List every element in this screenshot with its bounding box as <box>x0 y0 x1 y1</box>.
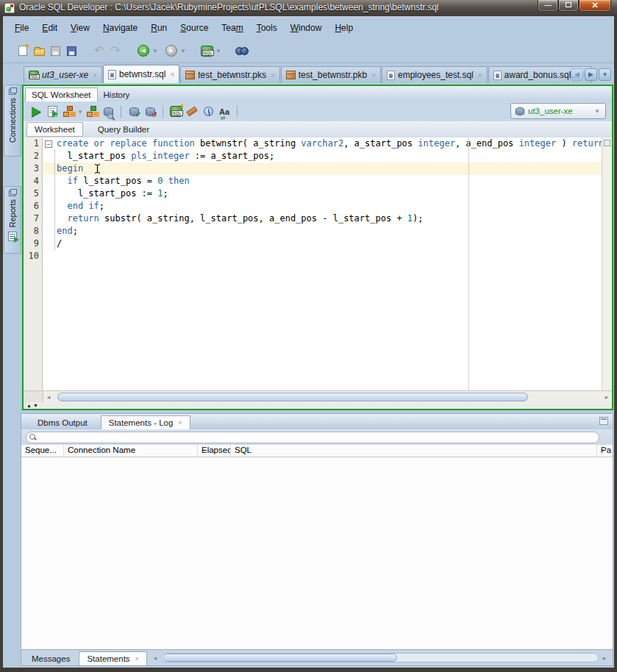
tab-close-icon[interactable]: × <box>371 71 376 79</box>
tab-close-icon[interactable]: × <box>170 71 174 79</box>
search-input[interactable] <box>26 432 599 443</box>
autotrace-button[interactable] <box>60 104 76 120</box>
undo-button[interactable]: ↶ <box>91 43 107 59</box>
open-button[interactable] <box>31 43 47 59</box>
commit-button[interactable]: ✔ <box>126 104 142 120</box>
column-header-seque-[interactable]: Seque... <box>21 445 64 457</box>
subtab-worksheet[interactable]: Worksheet <box>26 122 83 137</box>
connection-selector[interactable]: ut3_user-xe ▾ <box>510 103 606 119</box>
scroll-right-arrow[interactable]: ▸ <box>599 653 610 663</box>
report-icon <box>8 232 17 241</box>
code-fold-toggle[interactable]: − <box>45 140 52 148</box>
column-header-sql[interactable]: SQL <box>231 445 597 457</box>
sidebar-tab-reports[interactable]: Reports <box>4 186 21 254</box>
subtab-query-builder[interactable]: Query Builder <box>90 123 157 136</box>
editor-tab-ut3-user-xe[interactable]: ut3_user-xe× <box>24 66 102 83</box>
scroll-right-arrow[interactable]: ▸ <box>602 392 612 402</box>
menu-view[interactable]: View <box>65 21 96 35</box>
tab-sql-worksheet[interactable]: SQL Worksheet <box>25 87 98 101</box>
tab-list-dropdown[interactable]: ▾ <box>599 68 611 81</box>
cascade-windows-icon <box>9 87 17 95</box>
database-icon: ↺ <box>146 107 155 116</box>
panel-minimize-button[interactable] <box>599 417 608 425</box>
forward-dropdown[interactable]: ▾ <box>179 47 187 54</box>
menu-window[interactable]: Window <box>285 21 328 35</box>
tab-close-icon[interactable]: × <box>271 71 275 79</box>
column-header-elapsed[interactable]: Elapsed <box>198 445 231 457</box>
bottom-tab-messages[interactable]: Messages <box>24 652 77 665</box>
rollback-button[interactable]: ↺ <box>142 104 158 120</box>
log-tab-statements-log[interactable]: Statements - Log× <box>101 415 190 429</box>
back-dropdown[interactable]: ▾ <box>151 47 159 54</box>
sql-file-icon <box>108 70 116 79</box>
menu-team[interactable]: Team <box>215 21 249 35</box>
menu-navigate[interactable]: Navigate <box>97 21 143 35</box>
tab-close-icon[interactable]: × <box>93 71 97 79</box>
sql-connection-icon <box>201 46 213 57</box>
editor-horizontal-scrollbar[interactable]: ◂ ▸ <box>24 390 612 402</box>
save-button[interactable] <box>47 43 63 59</box>
scrollbar-track[interactable] <box>54 393 601 401</box>
sql-connect-dropdown[interactable]: ▾ <box>215 47 222 54</box>
tab-scroll-left-button[interactable]: ◀ <box>571 68 583 81</box>
save-all-button[interactable] <box>63 43 79 59</box>
scrollbar-track[interactable] <box>161 653 599 662</box>
log-tab-dbms-output[interactable]: Dbms Output <box>30 416 95 429</box>
code-text[interactable]: create or replace function betwnstr( a_s… <box>57 137 602 390</box>
back-button[interactable]: ◀ <box>135 43 151 59</box>
unshared-worksheet-button[interactable]: ★ <box>168 104 184 120</box>
bottom-tab-statements[interactable]: Statements× <box>79 651 146 665</box>
column-header-connection-name[interactable]: Connection Name <box>64 445 198 457</box>
gutter-line-number: 1 <box>24 137 39 150</box>
tab-scroll-right-button[interactable]: ▶ <box>585 68 597 81</box>
editor-tab-betwnstr-sql[interactable]: betwnstr.sql× <box>103 65 179 83</box>
editor-splitter-row: ▲ ▼ <box>24 402 612 409</box>
editor-tab-test-betwnstr-pks[interactable]: test_betwnstr.pks× <box>180 66 280 83</box>
autotrace-dropdown[interactable]: ▾ <box>76 108 84 115</box>
scroll-left-arrow[interactable]: ◂ <box>43 392 54 402</box>
clear-button[interactable] <box>184 104 200 120</box>
editor-tab-employees-test-sql[interactable]: employees_test.sql× <box>382 66 488 83</box>
code-line: return substr( a_string, l_start_pos, a_… <box>57 212 602 225</box>
redo-button[interactable]: ↷ <box>107 43 124 59</box>
menu-source[interactable]: Source <box>174 21 214 35</box>
menu-run[interactable]: Run <box>145 21 173 35</box>
tab-close-icon[interactable]: × <box>178 419 182 426</box>
gutter-line-number: 7 <box>24 212 39 225</box>
code-segment: l_start_pos <box>57 151 131 161</box>
find-button[interactable] <box>234 43 250 59</box>
menu-edit[interactable]: Edit <box>36 21 63 35</box>
tab-history[interactable]: History <box>98 88 136 101</box>
splitter-down-icon[interactable]: ▼ <box>33 403 38 408</box>
gutter-line-number: 8 <box>24 225 39 237</box>
splitter-up-icon[interactable]: ▲ <box>26 403 32 408</box>
sql-history-button[interactable] <box>200 104 216 120</box>
run-script-button[interactable] <box>44 104 60 120</box>
editor-tab-test-betwnstr-pkb[interactable]: test_betwnstr.pkb× <box>281 66 381 83</box>
minimize-button[interactable]: — <box>538 0 558 12</box>
close-button[interactable]: ✕ <box>579 0 611 12</box>
menu-file[interactable]: File <box>9 21 35 35</box>
tab-label: ut3_user-xe <box>42 70 88 80</box>
maximize-button[interactable] <box>558 0 579 12</box>
scroll-left-arrow[interactable]: ◂ <box>150 653 160 663</box>
sql-tuning-button[interactable]: 🔍 <box>100 104 116 120</box>
menu-help[interactable]: Help <box>329 21 359 35</box>
code-segment: integer <box>519 138 557 149</box>
run-statement-button[interactable] <box>28 104 44 120</box>
new-file-button[interactable]: ★ <box>15 43 31 59</box>
tab-close-icon[interactable]: × <box>135 655 139 662</box>
sql-connect-button[interactable] <box>199 43 215 59</box>
tab-close-icon[interactable]: × <box>478 71 482 79</box>
sidebar-tab-connections[interactable]: Connections <box>4 85 21 157</box>
log-table-body[interactable] <box>21 458 613 649</box>
code-editor[interactable]: 12345678910 − create or replace function… <box>24 137 612 390</box>
column-header-pa[interactable]: Pa <box>597 445 613 457</box>
forward-button[interactable]: ▶ <box>163 43 179 59</box>
scrollbar-thumb[interactable] <box>57 393 528 401</box>
scrollbar-thumb[interactable] <box>163 654 397 662</box>
explain-plan-button[interactable] <box>84 104 100 120</box>
log-horizontal-scrollbar[interactable]: ◂ ▸ <box>149 650 613 665</box>
menu-tools[interactable]: Tools <box>251 21 283 35</box>
change-case-button[interactable]: Aa <box>216 104 232 120</box>
